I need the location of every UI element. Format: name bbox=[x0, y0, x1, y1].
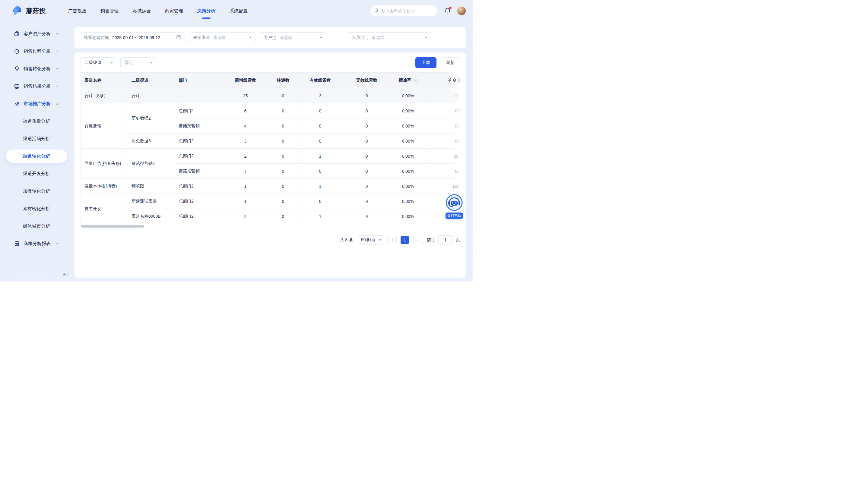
chevron-down-icon bbox=[379, 239, 382, 241]
page-size-select[interactable]: 50条/页 bbox=[358, 235, 384, 245]
table-row: 巨量本地推(抖音) 预览图 总部门2 1 0 1 0 0.00% 100.00 bbox=[81, 179, 460, 194]
robot-icon bbox=[445, 207, 463, 212]
col-connect-rate: 接通率? bbox=[390, 73, 426, 88]
prev-page-button[interactable]: ‹ bbox=[388, 236, 396, 244]
help-icon: ? bbox=[413, 79, 418, 83]
refresh-button[interactable]: 刷新 bbox=[441, 57, 460, 68]
sidebar-item-sales-conversion[interactable]: 销售转化分析 bbox=[0, 60, 74, 77]
page-number-1[interactable]: 1 bbox=[401, 236, 409, 244]
table-row: 历史数据3 总部门2 3 0 0 0 0.00% 0.00 bbox=[81, 133, 460, 149]
table-row: 渠道名称0908B 总部门2 2 0 1 0 0.00% 50.00 bbox=[81, 209, 460, 224]
table-header-row: 渠道名称 二级渠道 部门 新增线索数 接通数 有效线索数 无效线索数 接通率? bbox=[81, 73, 460, 88]
pagination: 共 8 条 50条/页 ‹ 1 › 前往 页 bbox=[81, 235, 460, 245]
sidebar-item-media-city[interactable]: 媒体城市分析 bbox=[0, 217, 74, 235]
col-new-leads: 新增线索数 bbox=[222, 73, 269, 88]
next-page-button[interactable]: › bbox=[413, 236, 421, 244]
col-valid-leads: 有效线索数 bbox=[297, 73, 343, 88]
app-page: 蘑菇投 广告投放 销售管理 私域运营 商家管理 决策分析 系统配置 bbox=[0, 0, 473, 282]
col-invalid-leads: 无效线索数 bbox=[343, 73, 390, 88]
top-nav: 广告投放 销售管理 私域运营 商家管理 决策分析 系统配置 bbox=[68, 6, 262, 16]
chevron-down-icon bbox=[320, 37, 322, 39]
call-assistant-widget[interactable]: 拨打电话 bbox=[445, 194, 463, 219]
pagination-total: 共 8 条 bbox=[340, 237, 353, 242]
chevron-down-icon bbox=[56, 68, 58, 70]
global-search[interactable] bbox=[370, 5, 437, 16]
staff-dept-filter[interactable]: 人员部门 请选择 bbox=[348, 32, 431, 43]
sidebar-item-sales-process[interactable]: 销售过程分析 bbox=[0, 42, 74, 60]
sidebar-item-channel-conversion[interactable]: 渠道转化分析 bbox=[0, 147, 74, 165]
date-range-filter[interactable]: 线索创建时间 2025-09-01 ~ 2025-09-12 bbox=[80, 32, 185, 43]
sidebar-item-channel-quality[interactable]: 渠道质量分析 bbox=[0, 112, 74, 130]
calendar-icon bbox=[176, 35, 181, 41]
chevron-up-icon bbox=[56, 103, 58, 105]
department-select[interactable]: 部门 bbox=[120, 57, 156, 68]
goto-page-input[interactable] bbox=[438, 235, 453, 245]
data-table-card: 二级渠道 部门 下载 刷新 ⚙ bbox=[74, 52, 466, 278]
notification-badge bbox=[449, 7, 452, 9]
call-assistant-label: 拨打电话 bbox=[445, 213, 463, 219]
column-settings-gear-icon[interactable]: ⚙ bbox=[451, 76, 458, 84]
wallet-icon bbox=[14, 31, 20, 37]
col-channel-name: 渠道名称 bbox=[81, 73, 128, 88]
download-button[interactable]: 下载 bbox=[416, 57, 437, 68]
chevron-down-icon bbox=[249, 37, 251, 39]
chevron-down-icon bbox=[56, 51, 58, 52]
col-connected: 接通数 bbox=[269, 73, 297, 88]
pie-chart-icon bbox=[14, 48, 20, 54]
sidebar-item-wechat-conversion[interactable]: 加微转化分析 bbox=[0, 182, 74, 200]
logo-text: 蘑菇投 bbox=[26, 7, 46, 15]
sidebar: 客户资产分析 销售过程分析 bbox=[0, 22, 74, 282]
search-input[interactable] bbox=[381, 8, 433, 13]
chevron-down-icon bbox=[56, 243, 58, 245]
sidebar-item-material-conversion[interactable]: 素材转化分析 bbox=[0, 200, 74, 217]
source-channel-filter[interactable]: 来源渠道 请选择 bbox=[189, 32, 255, 43]
filter-bar: 线索创建时间 2025-09-01 ~ 2025-09-12 来源渠道 请选择 bbox=[74, 27, 466, 48]
sidebar-item-sales-results[interactable]: 销售结果分析 bbox=[0, 77, 74, 95]
monitor-chart-icon bbox=[14, 83, 20, 89]
sidebar-item-channel-development[interactable]: 渠道开发分析 bbox=[0, 165, 74, 182]
goto-label: 前往 bbox=[427, 237, 435, 242]
chevron-down-icon bbox=[110, 62, 113, 64]
table-row: 巨量广告(抖音头条) 蘑菇投营销1 总部门2 2 0 1 0 0.00% 50.… bbox=[81, 149, 460, 164]
chevron-down-icon bbox=[56, 86, 58, 87]
date-range-value: 2025-09-01 ~ 2025-09-12 bbox=[112, 35, 160, 40]
chevron-down-icon bbox=[56, 33, 58, 35]
main-content: 线索创建时间 2025-09-01 ~ 2025-09-12 来源渠道 请选择 bbox=[74, 22, 473, 282]
table-row: 自主开发 新建测试渠道 总部门2 1 0 0 0 0.00% 0.00 bbox=[81, 194, 460, 209]
search-icon bbox=[374, 8, 379, 14]
nav-system-config[interactable]: 系统配置 bbox=[230, 6, 248, 16]
nav-decision-analysis[interactable]: 决策分析 bbox=[197, 6, 215, 16]
table-toolbar: 二级渠道 部门 下载 刷新 bbox=[81, 57, 460, 68]
user-avatar[interactable] bbox=[457, 6, 466, 16]
logo-icon bbox=[12, 5, 23, 17]
nav-private-domain[interactable]: 私域运营 bbox=[133, 6, 151, 16]
table-viewport: ⚙ 渠道名称 二级渠道 部门 新增线索数 bbox=[81, 72, 460, 224]
customer-pool-filter[interactable]: 客户池 请选择 bbox=[260, 32, 326, 43]
main-layout: 客户资产分析 销售过程分析 bbox=[0, 22, 473, 282]
sidebar-item-merchant-reports[interactable]: 商家分析报表 bbox=[0, 235, 74, 252]
secondary-channel-select[interactable]: 二级渠道 bbox=[81, 57, 116, 68]
table-row: 百度营销 历史数据2 总部门2 6 0 0 0 0.00% 0.00 bbox=[81, 103, 460, 119]
table-summary-row: 合计（8条） 合计 - 25 0 3 0 0.00% 12.00 bbox=[81, 88, 460, 103]
nav-sales-management[interactable]: 销售管理 bbox=[101, 6, 119, 16]
horizontal-scrollbar bbox=[81, 225, 460, 228]
page-unit-label: 页 bbox=[456, 237, 460, 242]
notification-bell[interactable] bbox=[444, 7, 451, 15]
col-department: 部门 bbox=[175, 73, 222, 88]
paper-plane-icon bbox=[14, 101, 20, 107]
nav-merchant-management[interactable]: 商家管理 bbox=[165, 6, 183, 16]
chevron-down-icon bbox=[150, 62, 153, 64]
sidebar-item-market-promotion[interactable]: 市场推广分析 bbox=[0, 95, 74, 112]
sidebar-item-channel-livecode[interactable]: 渠道活码分析 bbox=[0, 130, 74, 147]
sidebar-collapse-button[interactable] bbox=[61, 271, 69, 278]
nav-ad-delivery[interactable]: 广告投放 bbox=[68, 6, 86, 16]
sidebar-item-customer-assets[interactable]: 客户资产分析 bbox=[0, 25, 74, 42]
app-logo[interactable]: 蘑菇投 bbox=[12, 5, 46, 17]
lightbulb-icon bbox=[14, 66, 20, 72]
channel-conversion-table: 渠道名称 二级渠道 部门 新增线索数 接通数 有效线索数 无效线索数 接通率? bbox=[81, 72, 460, 224]
nav-active-underline bbox=[202, 17, 211, 19]
chevron-down-icon bbox=[425, 37, 427, 39]
top-header: 蘑菇投 广告投放 销售管理 私域运营 商家管理 决策分析 系统配置 bbox=[0, 0, 473, 22]
horizontal-scrollbar-thumb[interactable] bbox=[81, 225, 144, 228]
storefront-icon bbox=[14, 240, 20, 247]
